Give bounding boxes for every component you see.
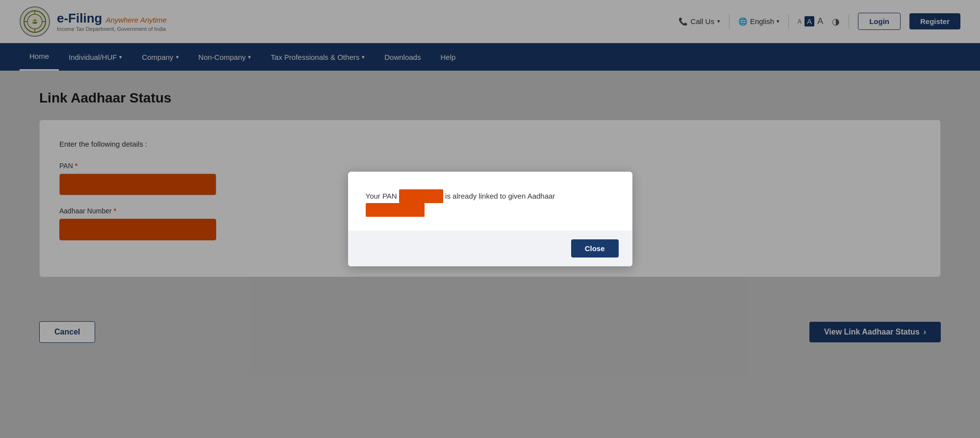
modal-pan-value: [399, 189, 443, 203]
modal-footer: Close: [348, 231, 632, 266]
modal-dialog: Your PAN is already linked to given Aadh…: [348, 172, 632, 266]
modal-aadhaar-value: [366, 203, 425, 217]
modal-close-button[interactable]: Close: [571, 239, 619, 258]
modal-message-middle: is already linked to given Aadhaar: [445, 192, 555, 200]
modal-overlay: Your PAN is already linked to given Aadh…: [0, 0, 980, 438]
modal-message-prefix: Your PAN: [366, 192, 399, 200]
modal-body: Your PAN is already linked to given Aadh…: [348, 172, 632, 231]
